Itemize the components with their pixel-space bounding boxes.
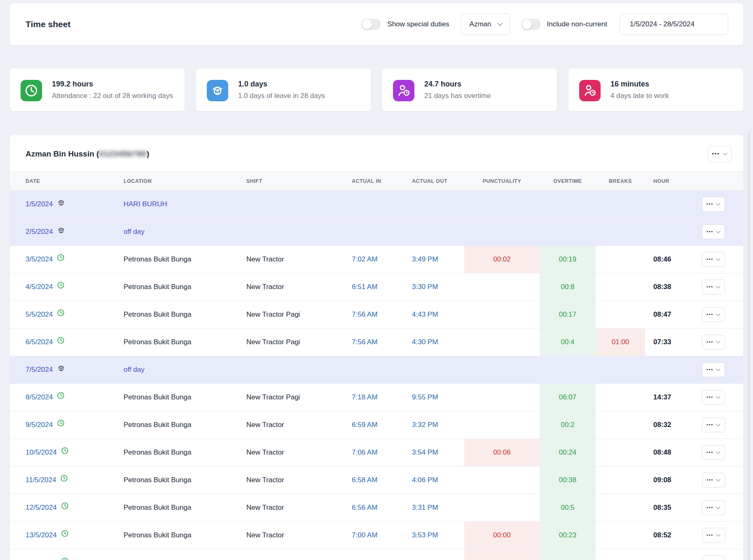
actual-out-cell[interactable]	[407, 191, 464, 218]
overtime-cell: 00:8	[540, 273, 596, 301]
overtime-cell: 00:2	[540, 411, 596, 439]
date-link[interactable]: 10/5/2024	[26, 448, 57, 457]
clock-icon	[61, 529, 69, 538]
actual-out-cell[interactable]: 4:33 PM	[407, 549, 464, 560]
actual-in-cell[interactable]: 8:06 AM	[347, 549, 407, 560]
punctuality-cell: 00:02	[464, 246, 540, 273]
actual-out-cell[interactable]: 4:43 PM	[407, 301, 464, 328]
row-menu-button[interactable]: •••	[702, 280, 725, 294]
shift-cell: New Tractor	[241, 273, 347, 301]
location-cell: Petronas Bukit Bunga	[118, 273, 241, 301]
row-menu-button[interactable]: •••	[702, 197, 725, 212]
punctuality-cell: 00:06	[464, 549, 540, 560]
punctuality-cell	[464, 494, 540, 521]
stat-value: 24.7 hours	[424, 80, 491, 89]
date-link[interactable]: 2/5/2024	[26, 228, 53, 236]
overtime-cell	[540, 356, 596, 383]
actual-out-cell[interactable]: 3:32 PM	[407, 411, 464, 439]
clock-icon	[61, 446, 69, 455]
clock-icon	[60, 474, 68, 483]
hour-cell: 14:37	[645, 384, 684, 411]
clock-icon	[61, 557, 69, 560]
date-link[interactable]: 5/5/2024	[26, 310, 53, 319]
row-menu-button[interactable]: •••	[702, 500, 725, 515]
table-row: 14/5/2024 Petronas Bukit Bunga New Tract…	[10, 549, 743, 560]
hour-cell: 08:52	[645, 522, 684, 549]
shift-cell	[241, 218, 347, 245]
clock-icon	[21, 80, 42, 101]
actual-out-cell[interactable]: 3:53 PM	[407, 522, 464, 549]
actual-in-cell[interactable]: 6:56 AM	[347, 494, 407, 521]
chevron-down-icon	[716, 451, 720, 454]
location-cell: off day	[118, 218, 241, 245]
row-menu-button[interactable]: •••	[702, 390, 725, 405]
punctuality-cell	[464, 301, 540, 328]
actual-in-cell[interactable]	[347, 191, 407, 218]
stat-desc: Attendance : 22 out of 28 working days	[52, 91, 173, 101]
actual-in-cell[interactable]: 7:06 AM	[347, 439, 407, 466]
row-menu-button[interactable]: •••	[702, 307, 725, 322]
date-link[interactable]: 13/5/2024	[26, 531, 57, 539]
actual-out-cell[interactable]: 4:30 PM	[407, 329, 464, 356]
actual-in-cell[interactable]: 7:00 AM	[347, 522, 407, 549]
date-link[interactable]: 12/5/2024	[26, 504, 57, 512]
actual-out-cell[interactable]: 3:31 PM	[407, 494, 464, 521]
actual-in-cell[interactable]	[347, 356, 407, 383]
breaks-cell	[596, 549, 645, 560]
ellipsis-icon: •••	[706, 532, 713, 537]
row-menu-button[interactable]: •••	[702, 528, 725, 543]
table-menu-button[interactable]: •••	[708, 146, 732, 162]
row-menu-button[interactable]: •••	[702, 473, 725, 488]
actual-in-cell[interactable]: 7:18 AM	[347, 384, 407, 411]
date-range-input[interactable]: 1/5/2024 - 28/5/2024	[620, 14, 728, 35]
date-link[interactable]: 11/5/2024	[26, 476, 56, 484]
actual-out-cell[interactable]	[407, 218, 464, 245]
row-menu-button[interactable]: •••	[702, 224, 725, 239]
actual-out-cell[interactable]: 3:54 PM	[407, 439, 464, 466]
actual-in-cell[interactable]: 7:56 AM	[347, 301, 407, 328]
date-link[interactable]: 1/5/2024	[26, 200, 53, 208]
actual-in-cell[interactable]: 6:58 AM	[347, 467, 407, 494]
row-menu-button[interactable]: •••	[702, 335, 725, 350]
date-link[interactable]: 3/5/2024	[26, 255, 53, 264]
actual-out-cell[interactable]: 3:49 PM	[407, 246, 464, 273]
show-special-duties-toggle[interactable]	[362, 19, 381, 30]
actual-out-cell[interactable]: 4:06 PM	[407, 467, 464, 494]
actual-out-cell[interactable]: 3:30 PM	[407, 273, 464, 301]
actual-out-cell[interactable]: 9:55 PM	[407, 384, 464, 411]
table-row: 1/5/2024 HARI BURUH •••	[10, 191, 743, 218]
date-link[interactable]: 8/5/2024	[26, 393, 53, 401]
actual-out-cell[interactable]	[407, 356, 464, 383]
table-row: 7/5/2024 off day •••	[10, 356, 743, 384]
actual-in-cell[interactable]: 6:51 AM	[347, 273, 407, 301]
punctuality-cell	[464, 467, 540, 494]
employee-name-title: Azman Bin Hussin (0123456789)	[26, 149, 149, 159]
date-link[interactable]: 9/5/2024	[26, 421, 53, 429]
location-cell: Petronas Bukit Bunga	[118, 494, 241, 521]
actual-in-cell[interactable]: 7:02 AM	[347, 246, 407, 273]
row-menu-button[interactable]: •••	[702, 362, 725, 377]
row-menu-button[interactable]: •••	[702, 418, 725, 432]
actual-in-cell[interactable]	[347, 218, 407, 245]
row-menu-button[interactable]: •••	[702, 252, 725, 267]
chevron-down-icon	[716, 479, 720, 482]
location-cell: Petronas Bukit Bunga	[118, 384, 241, 411]
actual-in-cell[interactable]: 7:56 AM	[347, 329, 407, 356]
table-row: 13/5/2024 Petronas Bukit Bunga New Tract…	[10, 522, 743, 549]
row-menu-button[interactable]: •••	[702, 555, 725, 560]
row-actions-cell: •••	[684, 191, 743, 218]
include-non-current-toggle[interactable]	[521, 19, 540, 30]
shift-cell: New Tractor	[241, 439, 347, 466]
row-actions-cell: •••	[684, 273, 743, 301]
date-link[interactable]: 6/5/2024	[26, 338, 53, 346]
col-header-actual-in: ACTUAL IN	[347, 178, 407, 184]
row-menu-button[interactable]: •••	[702, 445, 725, 460]
actual-in-cell[interactable]: 6:59 AM	[347, 411, 407, 439]
scrollbar-thumb[interactable]	[748, 133, 750, 560]
punctuality-cell	[464, 411, 540, 439]
date-link[interactable]: 4/5/2024	[26, 283, 53, 291]
date-link[interactable]: 7/5/2024	[26, 366, 53, 374]
employee-select[interactable]: Azman	[461, 14, 510, 35]
hour-cell: 09:08	[645, 467, 684, 494]
col-header-location: LOCATION	[118, 178, 241, 184]
